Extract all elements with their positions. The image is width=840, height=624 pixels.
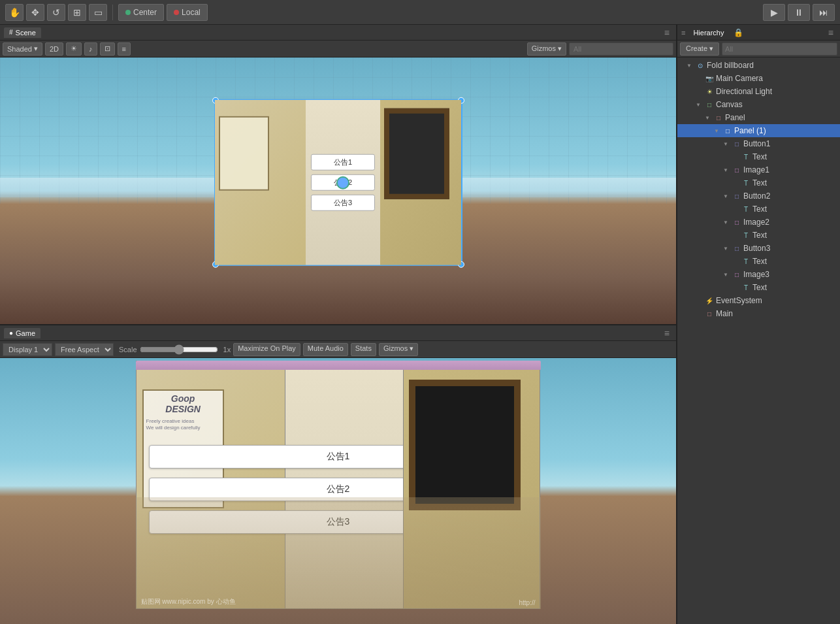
scene-tab-bar: # Scene ≡ bbox=[0, 25, 676, 41]
hierarchy-item-text-i2[interactable]: T Text bbox=[677, 229, 840, 242]
button2-icon: □ bbox=[732, 191, 741, 201]
hierarchy-item-canvas[interactable]: ▼ □ Canvas bbox=[677, 98, 840, 111]
mute-audio-button[interactable]: Mute Audio bbox=[303, 343, 348, 356]
hierarchy-create-button[interactable]: Create ▾ bbox=[680, 42, 719, 56]
rect-tool-button[interactable]: ▭ bbox=[89, 4, 107, 21]
image-icon-button[interactable]: ⊡ bbox=[100, 42, 115, 56]
shaded-dropdown[interactable]: Shaded ▾ bbox=[3, 42, 42, 56]
hierarchy-tab[interactable]: Hierarchy bbox=[688, 27, 729, 38]
main-layout: # Scene ≡ Shaded ▾ 2D ☀ ♪ ⊡ ≡ Gizmos ▾ bbox=[0, 25, 840, 624]
game-panel: ● Game ≡ Display 1 Free Aspect Scale 1x … bbox=[0, 325, 676, 624]
root-label: Fold billboard bbox=[707, 61, 754, 70]
camera-label: Main Camera bbox=[716, 74, 763, 83]
sun-icon-button[interactable]: ☀ bbox=[66, 42, 82, 56]
scene-tab-label: Scene bbox=[16, 29, 36, 37]
hierarchy-item-text-b1[interactable]: T Text bbox=[677, 150, 840, 163]
center-dot bbox=[125, 10, 131, 15]
display-select[interactable]: Display 1 bbox=[3, 343, 52, 356]
button1-label: Button1 bbox=[743, 139, 770, 148]
hierarchy-item-text-i3[interactable]: T Text bbox=[677, 281, 840, 294]
maximize-on-play-button[interactable]: Maximize On Play bbox=[233, 343, 300, 356]
game-billboard: GoopDESIGN Freely creative ideasWe will … bbox=[136, 361, 541, 609]
hierarchy-item-directional-light[interactable]: ☀ Directional Light bbox=[677, 85, 840, 98]
scene-search-input[interactable] bbox=[569, 42, 673, 56]
button3-arrow: ▼ bbox=[723, 246, 731, 252]
hierarchy-item-main[interactable]: □ Main bbox=[677, 307, 840, 320]
game-gizmos-dropdown[interactable]: Gizmos ▾ bbox=[379, 343, 418, 356]
billboard-left-panel bbox=[215, 100, 306, 265]
game-blackboard bbox=[409, 380, 521, 510]
hierarchy-item-button2[interactable]: ▼ □ Button2 bbox=[677, 189, 840, 203]
hierarchy-item-image3[interactable]: ▼ □ Image3 bbox=[677, 268, 840, 281]
step-button[interactable]: ⏭ bbox=[813, 4, 835, 21]
pause-button[interactable]: ⏸ bbox=[788, 4, 810, 21]
text-i1-icon: T bbox=[741, 178, 751, 188]
scale-slider[interactable] bbox=[140, 345, 218, 354]
gizmos-dropdown[interactable]: Gizmos ▾ bbox=[527, 42, 566, 56]
hierarchy-item-text-i1[interactable]: T Text bbox=[677, 176, 840, 189]
hierarchy-root[interactable]: ▼ ⊙ Fold billboard bbox=[677, 59, 840, 72]
hierarchy-tab-label: Hierarchy bbox=[693, 29, 724, 37]
hierarchy-item-button3[interactable]: ▼ □ Button3 bbox=[677, 242, 840, 255]
hierarchy-item-panel-1[interactable]: ▼ □ Panel (1) bbox=[677, 124, 840, 137]
move-tool-button[interactable]: ✥ bbox=[26, 4, 44, 21]
text-i1-label: Text bbox=[752, 178, 767, 188]
play-button[interactable]: ▶ bbox=[763, 4, 785, 21]
hierarchy-item-image2[interactable]: ▼ □ Image2 bbox=[677, 216, 840, 229]
gizmos-label: Gizmos ▾ bbox=[532, 44, 562, 53]
scene-viewport[interactable]: 公告1 公告2 公告3 bbox=[0, 57, 676, 324]
hierarchy-options-button[interactable]: ≡ bbox=[826, 27, 836, 38]
light-label: Directional Light bbox=[716, 87, 772, 96]
hierarchy-item-text-b3[interactable]: T Text bbox=[677, 255, 840, 268]
local-dot bbox=[174, 10, 179, 15]
scene-blackboard bbox=[384, 108, 449, 199]
shaded-arrow: ▾ bbox=[34, 44, 38, 53]
toolbar-separator-1 bbox=[112, 5, 113, 20]
hand-tool-button[interactable]: ✋ bbox=[5, 4, 24, 21]
scene-tab[interactable]: # Scene bbox=[4, 27, 41, 38]
button3-label: Button3 bbox=[743, 244, 770, 253]
scene-options-button[interactable]: ≡ bbox=[662, 27, 672, 38]
create-label: Create ▾ bbox=[686, 44, 713, 53]
scene-content[interactable]: 公告1 公告2 公告3 bbox=[214, 99, 462, 266]
hierarchy-item-button1[interactable]: ▼ □ Button1 bbox=[677, 137, 840, 150]
local-button[interactable]: Local bbox=[167, 4, 208, 21]
billboard-center-panel: 公告1 公告2 公告3 bbox=[306, 100, 380, 265]
button1-icon: □ bbox=[732, 139, 741, 148]
hierarchy-item-panel[interactable]: ▼ □ Panel bbox=[677, 111, 840, 124]
stats-button[interactable]: Stats bbox=[351, 343, 376, 356]
button2-arrow: ▼ bbox=[723, 193, 731, 199]
panel-icon: □ bbox=[714, 113, 723, 122]
text-b1-icon: T bbox=[741, 152, 751, 161]
button2-label: Button2 bbox=[743, 191, 770, 201]
hierarchy-item-text-b2[interactable]: T Text bbox=[677, 203, 840, 216]
panel1-label: Panel (1) bbox=[734, 126, 766, 135]
hierarchy-item-main-camera[interactable]: 📷 Main Camera bbox=[677, 72, 840, 85]
audio-icon-button[interactable]: ♪ bbox=[84, 42, 97, 56]
game-tab[interactable]: ● Game bbox=[4, 328, 40, 338]
hierarchy-item-event-system[interactable]: ⚡ EventSystem bbox=[677, 294, 840, 307]
scene-tab-icon: # bbox=[9, 29, 13, 36]
rotate-tool-button[interactable]: ↺ bbox=[47, 4, 65, 21]
hierarchy-item-image1[interactable]: ▼ □ Image1 bbox=[677, 163, 840, 176]
text-b3-icon: T bbox=[741, 257, 751, 266]
scene-deco-circle bbox=[336, 176, 349, 189]
hierarchy-lock-button[interactable]: 🔒 bbox=[732, 28, 745, 37]
scene-btn-1[interactable]: 公告1 bbox=[311, 154, 374, 171]
center-button[interactable]: Center bbox=[118, 4, 164, 21]
game-viewport[interactable]: GoopDESIGN Freely creative ideasWe will … bbox=[0, 358, 676, 624]
main-icon: □ bbox=[705, 309, 714, 318]
layers-icon-button[interactable]: ≡ bbox=[118, 42, 131, 56]
mode-2d-button[interactable]: 2D bbox=[45, 42, 63, 56]
scale-tool-button[interactable]: ⊞ bbox=[68, 4, 86, 21]
text-b2-label: Text bbox=[752, 205, 767, 214]
scale-label: Scale bbox=[119, 346, 137, 353]
panel1-icon: □ bbox=[723, 126, 732, 135]
image1-icon: □ bbox=[732, 165, 741, 174]
game-options-button[interactable]: ≡ bbox=[662, 328, 672, 338]
mode-2d-label: 2D bbox=[50, 45, 59, 53]
play-controls: ▶ ⏸ ⏭ bbox=[763, 4, 835, 21]
aspect-select[interactable]: Free Aspect bbox=[55, 343, 114, 356]
hierarchy-search-input[interactable] bbox=[722, 42, 837, 56]
scene-btn-3[interactable]: 公告3 bbox=[311, 195, 374, 211]
